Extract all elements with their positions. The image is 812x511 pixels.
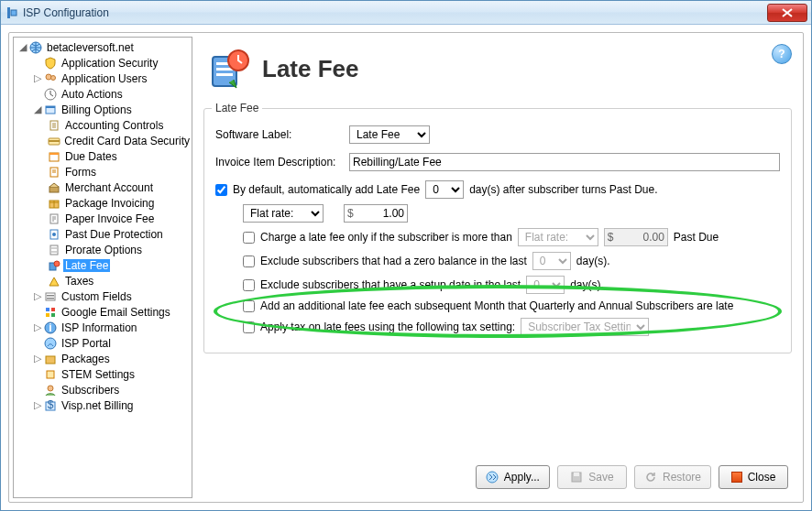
- tree-item-isp-info[interactable]: ▷iISP Information: [14, 320, 192, 335]
- expand-icon[interactable]: ▷: [32, 290, 43, 302]
- expand-icon[interactable]: ▷: [32, 353, 43, 364]
- merchant-icon: [47, 180, 61, 195]
- tree-item-accounting[interactable]: Accounting Controls: [14, 117, 192, 133]
- protect-icon: [47, 227, 61, 242]
- window: ISP Configuration ◢ betacleversoft.net A…: [0, 0, 812, 511]
- nav-tree[interactable]: ◢ betacleversoft.net Application Securit…: [13, 37, 192, 498]
- auto-add-checkbox[interactable]: [215, 184, 227, 196]
- collapse-icon[interactable]: ◢: [32, 103, 43, 115]
- additional-fee-label: Add an additional late fee each subseque…: [260, 299, 733, 312]
- tree-item-isp-portal[interactable]: ISP Portal: [14, 335, 192, 351]
- portal-icon: [43, 336, 58, 351]
- expand-icon[interactable]: ▷: [32, 72, 43, 84]
- app-icon: [5, 5, 19, 20]
- svg-rect-23: [47, 295, 54, 297]
- packages-icon: [43, 352, 58, 366]
- tree-item-stem[interactable]: STEM Settings: [14, 366, 192, 382]
- content-frame: ◢ betacleversoft.net Application Securit…: [8, 32, 804, 503]
- additional-fee-checkbox[interactable]: [243, 300, 255, 312]
- tree-item-forms[interactable]: Forms: [14, 164, 192, 179]
- svg-rect-10: [49, 140, 60, 142]
- svg-rect-25: [46, 308, 49, 311]
- tree-item-merchant[interactable]: Merchant Account: [14, 179, 192, 195]
- svg-text:$: $: [48, 399, 54, 411]
- save-button[interactable]: Save: [557, 465, 627, 489]
- apply-tax-label: Apply tax on late fees using the followi…: [260, 321, 515, 333]
- svg-point-34: [48, 386, 53, 391]
- software-label-select[interactable]: Late Fee: [349, 125, 430, 144]
- apply-button[interactable]: Apply...: [476, 465, 550, 489]
- svg-point-31: [45, 338, 56, 349]
- auto-add-days[interactable]: 0: [425, 180, 464, 199]
- google-icon: [43, 305, 58, 320]
- tree-item-subscribers[interactable]: Subscribers: [14, 382, 192, 397]
- collapse-icon[interactable]: ◢: [17, 41, 28, 53]
- tree-item-custom-fields[interactable]: ▷Custom Fields: [14, 288, 192, 304]
- help-button[interactable]: ?: [772, 44, 792, 64]
- globe-icon: [28, 40, 43, 55]
- tree-item-prorate[interactable]: Prorate Options: [14, 242, 192, 257]
- info-icon: i: [43, 321, 58, 335]
- tree-item-cc-security[interactable]: Credit Card Data Security: [14, 133, 192, 148]
- tree-item-app-security[interactable]: Application Security: [14, 55, 192, 71]
- software-label-lbl: Software Label:: [215, 128, 344, 141]
- tree-item-taxes[interactable]: Taxes: [14, 273, 192, 288]
- svg-rect-12: [49, 153, 59, 155]
- svg-point-18: [52, 233, 56, 236]
- rate-type-select[interactable]: Flat rate:: [243, 204, 324, 223]
- window-close-button[interactable]: [767, 4, 807, 22]
- tax-setting-select[interactable]: Subscriber Tax Setting: [521, 318, 649, 336]
- svg-point-21: [54, 261, 60, 266]
- late-fee-group: Late Fee Software Label: Late Fee Invoic…: [203, 108, 792, 353]
- shield-icon: [43, 56, 58, 71]
- setup-date-checkbox[interactable]: [243, 279, 255, 291]
- tree-item-billing[interactable]: ◢Billing Options: [14, 102, 192, 117]
- zero-balance-checkbox[interactable]: [243, 256, 255, 267]
- threshold-type-select[interactable]: Flat rate:: [518, 228, 598, 246]
- expand-icon[interactable]: ▷: [32, 399, 43, 411]
- taxes-icon: [47, 274, 61, 288]
- button-bar: Apply... Save Restore Close: [476, 465, 788, 489]
- apply-tax-checkbox[interactable]: [243, 321, 255, 333]
- tree-item-package-invoicing[interactable]: Package Invoicing: [14, 195, 192, 211]
- package-icon: [47, 196, 61, 211]
- svg-rect-24: [47, 298, 54, 299]
- zero-balance-days[interactable]: 0: [532, 252, 571, 270]
- window-title: ISP Configuration: [23, 6, 109, 19]
- latefee-icon: [47, 258, 61, 273]
- svg-rect-44: [574, 473, 579, 476]
- svg-rect-27: [46, 313, 49, 317]
- tree-item-paper-invoice[interactable]: Paper Invoice Fee: [14, 211, 192, 226]
- tree-item-google[interactable]: Google Email Settings: [14, 304, 192, 320]
- tree-item-packages[interactable]: ▷Packages: [14, 351, 192, 366]
- invoice-desc-input[interactable]: [349, 153, 780, 171]
- svg-rect-7: [46, 106, 55, 108]
- threshold-checkbox[interactable]: [243, 232, 255, 244]
- tree-root[interactable]: ◢ betacleversoft.net: [14, 39, 192, 55]
- tree-item-late-fee[interactable]: Late Fee: [14, 257, 192, 273]
- close-button[interactable]: Close: [719, 465, 788, 489]
- zero-balance-suffix: day(s).: [576, 255, 610, 267]
- tree-item-due-dates[interactable]: Due Dates: [14, 148, 192, 164]
- visp-icon: $: [43, 398, 58, 413]
- svg-rect-28: [51, 313, 55, 317]
- users-icon: [43, 71, 58, 86]
- auto-add-pre: By default, automatically add Late Fee: [233, 183, 420, 196]
- threshold-suffix: Past Due: [674, 231, 719, 244]
- restore-button[interactable]: Restore: [634, 465, 711, 489]
- tree-item-visp-billing[interactable]: ▷$Visp.net Billing: [14, 397, 192, 413]
- svg-text:i: i: [49, 321, 51, 334]
- tree-item-app-users[interactable]: ▷Application Users: [14, 71, 192, 86]
- auto-add-post: day(s) after subscriber turns Past Due.: [469, 183, 657, 196]
- tree-item-auto-actions[interactable]: Auto Actions: [14, 86, 192, 102]
- svg-point-3: [46, 74, 51, 80]
- main-panel: ? Late Fee Late Fee Software Label: Late…: [196, 37, 799, 498]
- svg-rect-19: [50, 245, 58, 255]
- setup-date-suffix: day(s).: [570, 278, 604, 291]
- threshold-label: Charge a late fee only if the subscriber…: [260, 231, 512, 244]
- expand-icon[interactable]: ▷: [32, 321, 43, 333]
- setup-date-days[interactable]: 0: [526, 276, 565, 294]
- clock-icon: [43, 87, 58, 102]
- tree-item-past-due[interactable]: Past Due Protection: [14, 226, 192, 242]
- group-legend: Late Fee: [212, 102, 262, 114]
